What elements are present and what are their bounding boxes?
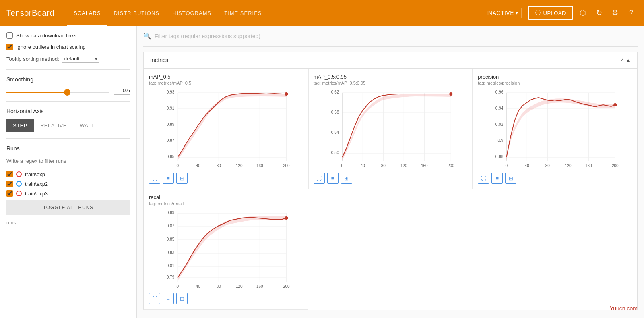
chart-map0595-tag: tag: metrics/mAP_0.5:0.95 [314, 81, 468, 85]
svg-text:0: 0 [341, 164, 343, 168]
chart-expand-btn[interactable]: ⛶ [149, 173, 160, 184]
runs-section: Runs train\exp train\exp2 train\exp3 TOG… [6, 145, 130, 232]
svg-text:0.88: 0.88 [495, 154, 504, 159]
smoothing-title: Smoothing [6, 76, 130, 83]
upload-button[interactable]: ⓘ UPLOAD [528, 6, 573, 20]
run-exp2-label: train\exp2 [25, 181, 48, 187]
chart-recall-title: recall [149, 194, 303, 200]
chart-precision-resize-btn[interactable]: ⊞ [505, 173, 516, 184]
run-exp3-label: train\exp3 [25, 191, 48, 197]
svg-point-22 [285, 92, 288, 96]
chart-data-btn[interactable]: ≡ [163, 173, 174, 184]
svg-text:0.94: 0.94 [495, 106, 504, 110]
run-item-exp2: train\exp2 [6, 181, 130, 187]
axis-buttons: STEP RELATIVE WALL [6, 119, 130, 132]
svg-text:0.62: 0.62 [331, 90, 339, 94]
show-download-row[interactable]: Show data download links [6, 32, 130, 39]
smoothing-section: Smoothing 0.6 [6, 76, 130, 102]
svg-text:160: 160 [256, 284, 263, 289]
svg-text:0.87: 0.87 [167, 138, 175, 143]
smoothing-slider[interactable] [6, 92, 109, 93]
svg-text:40: 40 [196, 164, 201, 168]
chart-precision-svg: 0.96 0.94 0.92 0.9 0.88 [478, 89, 632, 169]
chart-map0595-expand-btn[interactable]: ⛶ [314, 173, 325, 184]
tooltip-select[interactable]: default descending ascending nearest [62, 55, 99, 63]
chart-map0595-data-btn[interactable]: ≡ [327, 173, 339, 184]
chart-map0595-resize-btn[interactable]: ⊞ [341, 173, 352, 184]
search-input[interactable] [155, 33, 638, 39]
layout: Show data download links Ignore outliers… [0, 26, 644, 318]
ignore-outliers-checkbox[interactable] [6, 44, 13, 50]
refresh-icon[interactable]: ↻ [592, 6, 605, 19]
tooltip-select-wrapper[interactable]: default descending ascending nearest [62, 55, 99, 63]
search-bar: 🔍 [143, 26, 638, 47]
run-item-exp3: train\exp3 [6, 190, 130, 197]
metrics-count: 4 ▲ [621, 57, 631, 63]
svg-text:200: 200 [283, 284, 290, 289]
chart-recall-actions: ⛶ ≡ ⊞ [149, 293, 303, 304]
run-exp3-checkbox[interactable] [6, 190, 13, 197]
chart-recall-tag: tag: metrics/recall [149, 201, 303, 206]
svg-text:0.54: 0.54 [331, 130, 339, 135]
ignore-outliers-row[interactable]: Ignore outliers in chart scaling [6, 44, 130, 50]
chart-map0595-area: 0.62 0.58 0.54 0.50 [314, 89, 468, 169]
chart-map0595-actions: ⛶ ≡ ⊞ [314, 173, 468, 184]
chart-map05-area: 0.93 0.91 0.89 0.87 0.85 [149, 89, 303, 169]
chart-resize-btn[interactable]: ⊞ [176, 173, 188, 184]
chart-recall-svg: 0.89 0.87 0.85 0.83 0.81 0.79 [149, 209, 303, 290]
nav-histograms[interactable]: HISTOGRAMS [166, 0, 218, 26]
smoothing-value: 0.6 [114, 87, 130, 95]
svg-text:0.89: 0.89 [167, 210, 175, 215]
chart-precision-data-btn[interactable]: ≡ [491, 173, 503, 184]
status-text: INACTIVE [486, 10, 514, 16]
chart-map05-svg: 0.93 0.91 0.89 0.87 0.85 [149, 89, 303, 169]
svg-text:120: 120 [565, 164, 572, 168]
toggle-all-button[interactable]: TOGGLE ALL RUNS [6, 200, 130, 215]
expand-icon[interactable]: ▲ [625, 57, 631, 63]
help-icon[interactable]: ? [625, 6, 638, 19]
svg-text:160: 160 [585, 164, 592, 168]
svg-point-66 [614, 103, 617, 106]
nav-distributions[interactable]: DISTRIBUTIONS [107, 0, 166, 26]
chart-recall-resize-btn[interactable]: ⊞ [176, 293, 188, 304]
chart-recall-expand-btn[interactable]: ⛶ [149, 293, 160, 304]
chart-map05-tag: tag: metrics/mAP_0.5 [149, 81, 303, 85]
run-item-exp: train\exp [6, 171, 130, 177]
chart-precision-title: precision [478, 74, 632, 80]
svg-text:0.58: 0.58 [331, 110, 339, 114]
brightness-icon[interactable]: ⬡ [576, 6, 589, 19]
svg-text:0.81: 0.81 [167, 264, 175, 268]
svg-text:200: 200 [448, 164, 454, 168]
chart-precision-tag: tag: metrics/precision [478, 81, 632, 85]
smoothing-slider-container[interactable] [6, 88, 109, 94]
chart-map0595-svg: 0.62 0.58 0.54 0.50 [314, 89, 468, 169]
svg-text:120: 120 [400, 164, 407, 168]
svg-text:0.79: 0.79 [167, 275, 175, 279]
svg-text:80: 80 [217, 164, 221, 168]
svg-text:200: 200 [612, 164, 619, 168]
svg-text:120: 120 [236, 284, 243, 289]
status-selector[interactable]: INACTIVE ▾ [483, 8, 522, 18]
settings-icon[interactable]: ⚙ [609, 6, 621, 19]
nav-scalars[interactable]: SCALARS [67, 0, 107, 26]
run-exp2-checkbox[interactable] [6, 181, 13, 187]
svg-text:0.83: 0.83 [167, 250, 175, 255]
axis-relative-button[interactable]: RELATIVE [34, 119, 73, 132]
svg-text:0.9: 0.9 [498, 138, 504, 143]
show-download-checkbox[interactable] [6, 32, 13, 39]
chart-precision-expand-btn[interactable]: ⛶ [478, 173, 489, 184]
axis-step-button[interactable]: STEP [6, 119, 34, 132]
main-content: 🔍 metrics 4 ▲ mAP_0.5 tag: metrics/mAP_0… [137, 26, 644, 318]
nav-time-series[interactable]: TIME SERIES [218, 0, 268, 26]
svg-text:0.92: 0.92 [495, 122, 504, 127]
metrics-section: metrics 4 ▲ mAP_0.5 tag: metrics/mAP_0.5… [143, 52, 638, 310]
svg-text:0: 0 [177, 164, 179, 168]
runs-filter-input[interactable] [6, 156, 130, 166]
axis-wall-button[interactable]: WALL [73, 119, 101, 132]
svg-text:0: 0 [177, 284, 179, 289]
run-exp-checkbox[interactable] [6, 171, 13, 177]
header-right: INACTIVE ▾ ⓘ UPLOAD ⬡ ↻ ⚙ ? [483, 6, 638, 20]
svg-text:0.50: 0.50 [331, 150, 339, 155]
chart-recall-data-btn[interactable]: ≡ [163, 293, 174, 304]
chart-map0595-title: mAP_0.5:0.95 [314, 74, 468, 80]
